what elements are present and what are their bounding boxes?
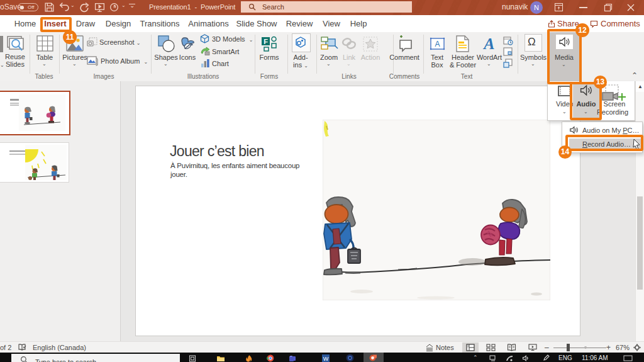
svg-text:A: A xyxy=(435,40,440,48)
svg-text:F: F xyxy=(264,38,268,45)
svg-text:W: W xyxy=(323,356,329,362)
svg-text:A: A xyxy=(482,35,494,52)
